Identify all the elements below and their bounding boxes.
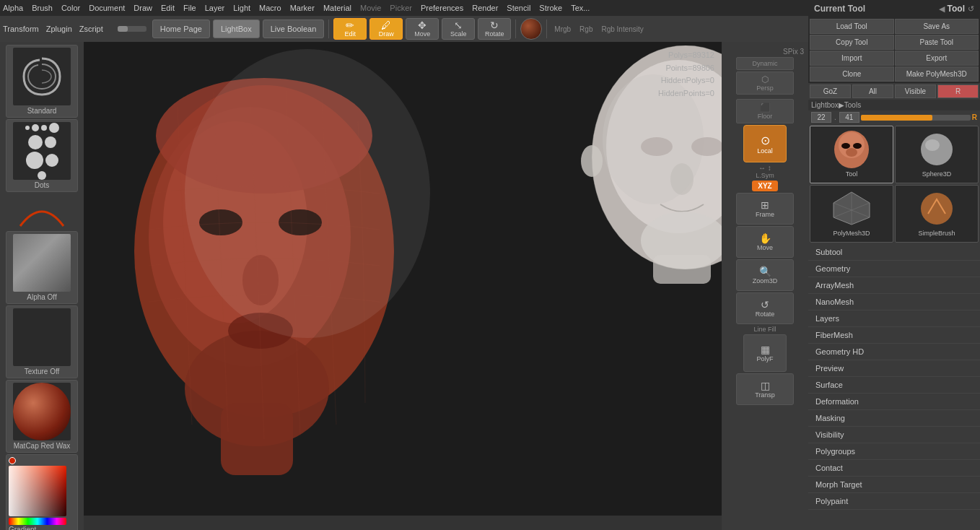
- menu-draw[interactable]: Draw: [134, 4, 152, 12]
- paste-tool-button[interactable]: Paste Tool: [895, 35, 979, 50]
- section-visibility[interactable]: Visibility: [808, 427, 980, 443]
- rgb-label[interactable]: Rgb: [579, 25, 592, 33]
- tool-action-buttons: Load Tool Save As Copy Tool Paste Tool I…: [808, 17, 980, 83]
- section-deformation[interactable]: Deformation: [808, 394, 980, 410]
- section-geometry[interactable]: Geometry: [808, 261, 980, 277]
- tool-thumb-head[interactable]: Tool: [810, 126, 893, 183]
- hue-bar[interactable]: [9, 518, 66, 525]
- local-button[interactable]: ⊙ Local: [743, 125, 787, 162]
- menu-file[interactable]: File: [183, 4, 196, 12]
- svg-rect-5: [221, 403, 293, 475]
- menu-brush[interactable]: Brush: [32, 4, 53, 12]
- copy-tool-button[interactable]: Copy Tool: [810, 35, 894, 50]
- tool-thumb-polymesh[interactable]: PolyMesh3D: [810, 185, 893, 243]
- slider-value-1[interactable]: 22: [811, 112, 831, 123]
- viewport[interactable]: Polys=89312 Points=89806 HiddenPolys=0 H…: [84, 42, 808, 516]
- menu-picker[interactable]: Picker: [390, 4, 412, 12]
- polyf-button[interactable]: ▦ PolyF: [743, 334, 787, 372]
- section-geometry-hd[interactable]: Geometry HD: [808, 344, 980, 360]
- mrgb-label[interactable]: Mrgb: [554, 25, 571, 33]
- panel-refresh-icon[interactable]: ↺: [968, 4, 974, 14]
- lightbox-bar[interactable]: Lightbox▶Tools: [808, 100, 980, 110]
- section-fibermesh[interactable]: FiberMesh: [808, 327, 980, 344]
- section-contact[interactable]: Contact: [808, 460, 980, 477]
- section-nanomesh[interactable]: NanoMesh: [808, 294, 980, 310]
- submenu-zscript[interactable]: Zscript: [79, 25, 103, 33]
- edit-button[interactable]: ✏ Edit: [333, 18, 367, 40]
- menu-alpha[interactable]: Alpha: [3, 4, 23, 12]
- export-button[interactable]: Export: [895, 51, 979, 66]
- line-fill-label: Line Fill: [753, 326, 776, 333]
- section-subtool[interactable]: Subtool: [808, 244, 980, 261]
- section-layers[interactable]: Layers: [808, 310, 980, 327]
- menu-marker[interactable]: Marker: [290, 4, 315, 12]
- rotate-button[interactable]: ↻ Rotate: [478, 18, 511, 40]
- left-panel: Standard Dots Alpha Off: [0, 42, 84, 530]
- section-polypaint[interactable]: Polypaint: [808, 493, 980, 510]
- xyz-button[interactable]: XYZ: [752, 181, 777, 191]
- menu-stroke[interactable]: Stroke: [539, 4, 562, 12]
- rotate-view-button[interactable]: ↺ Rotate: [736, 292, 794, 324]
- import-button[interactable]: Import: [810, 51, 894, 66]
- dots-brush[interactable]: Dots: [6, 119, 78, 192]
- tool-thumb-simplebrush[interactable]: SimpleBrush: [895, 185, 979, 243]
- frame-button[interactable]: ⊞ Frame: [736, 193, 794, 225]
- section-polygroups[interactable]: Polygroups: [808, 443, 980, 460]
- section-preview[interactable]: Preview: [808, 360, 980, 377]
- menu-stencil[interactable]: Stencil: [507, 4, 530, 12]
- section-masking[interactable]: Masking: [808, 410, 980, 427]
- section-arraymesh[interactable]: ArrayMesh: [808, 277, 980, 294]
- lightbox-button[interactable]: LightBox: [213, 19, 260, 38]
- section-morph-target[interactable]: Morph Target: [808, 477, 980, 493]
- texture-selector[interactable]: Texture Off: [6, 305, 78, 378]
- section-surface[interactable]: Surface: [808, 377, 980, 394]
- goz-button[interactable]: GoZ: [810, 84, 851, 98]
- texture-preview[interactable]: [520, 18, 542, 40]
- r-button[interactable]: R: [937, 84, 979, 98]
- slider-value-2[interactable]: 41: [839, 112, 859, 123]
- menu-movie[interactable]: Movie: [360, 4, 381, 12]
- dots-brush-label: Dots: [35, 181, 50, 189]
- slider-r-label[interactable]: R: [972, 113, 977, 121]
- load-tool-button[interactable]: Load Tool: [810, 19, 894, 34]
- draw-button[interactable]: 🖊 Draw: [369, 18, 403, 40]
- make-polymesh3d-button[interactable]: Make PolyMesh3D: [895, 66, 979, 82]
- clone-button[interactable]: Clone: [810, 66, 894, 82]
- slider-track[interactable]: [861, 115, 971, 121]
- panel-arrow-left[interactable]: ◀: [939, 4, 945, 14]
- menu-tex[interactable]: Tex...: [571, 4, 590, 12]
- menu-preferences[interactable]: Preferences: [421, 4, 463, 12]
- color-picker[interactable]: Gradient: [6, 454, 78, 530]
- menu-macro[interactable]: Macro: [259, 4, 281, 12]
- menu-material[interactable]: Material: [323, 4, 351, 12]
- scale-button[interactable]: ⤡ Scale: [442, 18, 475, 40]
- submenu-transform[interactable]: Transform: [3, 25, 39, 33]
- move-button[interactable]: ✥ Move: [406, 18, 439, 40]
- submenu-zplugin[interactable]: Zplugin: [46, 25, 72, 33]
- dynamic-button[interactable]: Dynamic: [736, 57, 794, 70]
- menu-light[interactable]: Light: [233, 4, 250, 12]
- menu-document[interactable]: Document: [89, 4, 125, 12]
- menu-render[interactable]: Render: [472, 4, 498, 12]
- texture-label: Texture Off: [25, 368, 60, 375]
- foreground-color-dot[interactable]: [9, 457, 16, 464]
- menu-color[interactable]: Color: [61, 4, 80, 12]
- persp-button[interactable]: ⬡ Persp: [736, 71, 794, 95]
- zoom3d-button[interactable]: 🔍 Zoom3D: [736, 259, 794, 291]
- arc-icon: [13, 194, 71, 230]
- standard-brush[interactable]: Standard: [6, 45, 78, 118]
- save-as-button[interactable]: Save As: [895, 19, 979, 34]
- tool-thumb-sphere[interactable]: Sphere3D: [895, 126, 979, 183]
- all-button[interactable]: All: [852, 84, 893, 98]
- visible-button[interactable]: Visible: [895, 84, 936, 98]
- transp-button[interactable]: ◫ Transp: [736, 373, 794, 405]
- home-page-button[interactable]: Home Page: [152, 19, 210, 38]
- menu-layer[interactable]: Layer: [205, 4, 225, 12]
- move-view-button[interactable]: ✋ Move: [736, 226, 794, 258]
- floor-button[interactable]: ⬛ Floor: [736, 99, 794, 123]
- alpha-selector[interactable]: Alpha Off: [6, 231, 78, 304]
- live-boolean-button[interactable]: Live Boolean: [263, 19, 325, 38]
- menu-edit[interactable]: Edit: [161, 4, 175, 12]
- color-gradient-square[interactable]: [9, 466, 66, 516]
- matcap-selector[interactable]: MatCap Red Wax: [6, 380, 78, 453]
